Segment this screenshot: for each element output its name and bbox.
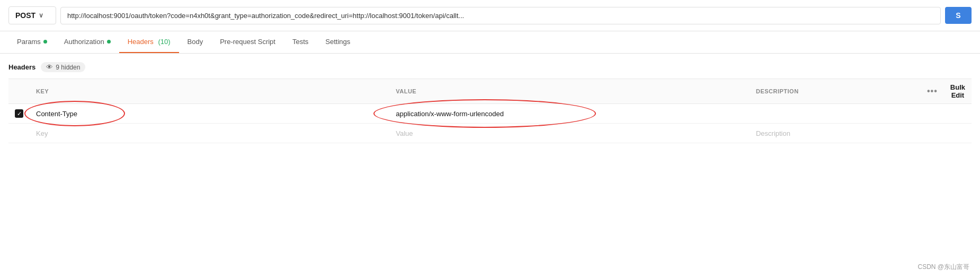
tab-headers-count: (10) — [156, 38, 171, 46]
col-desc-header: DESCRIPTION — [750, 79, 921, 104]
col-value-header: VALUE — [389, 79, 750, 104]
headers-table: KEY VALUE DESCRIPTION ••• Bulk Edit ✓ — [8, 79, 972, 143]
empty-bulk-cell — [944, 124, 972, 143]
checkbox-cell[interactable]: ✓ — [8, 104, 30, 124]
hidden-badge: 👁 9 hidden — [41, 62, 85, 72]
tab-params[interactable]: Params — [8, 31, 56, 53]
desc-cell — [750, 104, 921, 124]
key-value: Content-Type — [36, 110, 77, 118]
tab-headers[interactable]: Headers (10) — [119, 31, 179, 53]
empty-checkbox-cell — [8, 124, 30, 143]
headers-section-title: Headers — [8, 63, 35, 71]
tab-prerequest[interactable]: Pre-request Script — [211, 31, 284, 53]
url-input[interactable] — [60, 7, 941, 24]
method-selector[interactable]: POST ∨ — [8, 6, 56, 24]
headers-label-row: Headers 👁 9 hidden — [8, 59, 972, 75]
tab-settings-label: Settings — [325, 38, 350, 46]
value-cell: application/x-www-form-urlencoded — [389, 104, 750, 124]
value-text: application/x-www-form-urlencoded — [396, 110, 504, 118]
tab-body[interactable]: Body — [179, 31, 212, 53]
tab-params-label: Params — [17, 38, 41, 46]
value-placeholder: Value — [396, 129, 413, 137]
col-check-header — [8, 79, 30, 104]
tab-tests-label: Tests — [292, 38, 308, 46]
row-bulk-cell — [944, 104, 972, 124]
row-more-cell — [921, 104, 944, 124]
desc-placeholder: Description — [756, 129, 790, 137]
tab-headers-label: Headers — [128, 38, 154, 46]
col-bulk-header: Bulk Edit — [944, 79, 972, 104]
method-label: POST — [15, 11, 35, 20]
send-button[interactable]: S — [945, 7, 972, 24]
tab-authorization[interactable]: Authorization — [56, 31, 119, 53]
hidden-count: 9 hidden — [56, 64, 80, 71]
tab-prerequest-label: Pre-request Script — [220, 38, 275, 46]
col-more-header: ••• — [921, 79, 944, 104]
headers-section: Headers 👁 9 hidden KEY VALUE DESCRIPTION… — [0, 54, 980, 143]
chevron-down-icon: ∨ — [39, 12, 43, 19]
empty-value-cell[interactable]: Value — [389, 124, 750, 143]
table-row: ✓ Content-Type application/x-www-form-ur… — [8, 104, 972, 124]
key-cell: Content-Type — [30, 104, 389, 124]
eye-icon: 👁 — [46, 63, 53, 71]
key-placeholder: Key — [36, 129, 48, 137]
checkbox-checked-icon[interactable]: ✓ — [15, 109, 23, 118]
empty-key-cell[interactable]: Key — [30, 124, 389, 143]
url-bar: POST ∨ S — [0, 0, 980, 31]
tab-settings[interactable]: Settings — [317, 31, 359, 53]
empty-desc-cell[interactable]: Description — [750, 124, 921, 143]
params-dot — [43, 40, 47, 44]
tabs-row: Params Authorization Headers (10) Body P… — [0, 31, 980, 54]
tab-authorization-label: Authorization — [64, 38, 104, 46]
authorization-dot — [107, 40, 111, 44]
tab-tests[interactable]: Tests — [284, 31, 317, 53]
table-row: Key Value Description — [8, 124, 972, 143]
empty-more-cell — [921, 124, 944, 143]
bulk-edit-button[interactable]: Bulk Edit — [950, 83, 965, 99]
col-key-header: KEY — [30, 79, 389, 104]
more-options-icon[interactable]: ••• — [927, 86, 938, 95]
tab-body-label: Body — [188, 38, 203, 46]
